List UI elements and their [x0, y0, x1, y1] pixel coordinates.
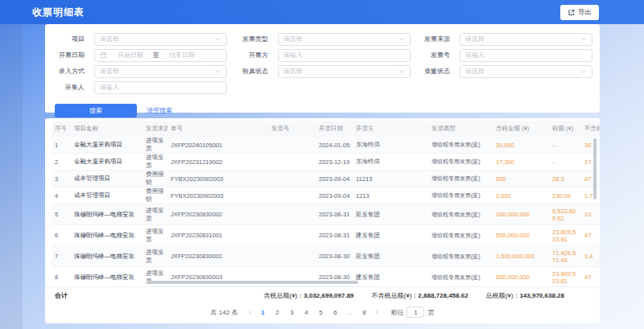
project-select[interactable]: 请选择: [94, 33, 227, 46]
column-header: 序号: [52, 121, 71, 137]
table-row: 3成本管理项目费用报销FYBX202309020032023-09-041121…: [52, 171, 600, 187]
cell-order_no: JXFP20231219002: [167, 154, 268, 171]
clear-search-link[interactable]: 清空搜索: [147, 106, 172, 115]
cell-amount_excl: 47: [581, 225, 600, 246]
page-button[interactable]: 5: [316, 309, 325, 316]
next-page-button[interactable]: ›: [374, 308, 379, 316]
cell-project: 成本管理项目: [71, 171, 142, 187]
prev-page-button[interactable]: ‹: [247, 308, 253, 316]
cell-invoice_no: [268, 204, 316, 225]
invoice-source-placeholder: 请选择: [465, 35, 580, 43]
cell-issuer: 建发集团: [353, 225, 428, 246]
cell-type: 增值税专用发票(蓝): [428, 171, 493, 187]
cell-no: 5: [52, 204, 71, 225]
cell-tax: 9,523,809.52: [549, 204, 581, 225]
cell-amount_incl: 500: [493, 171, 549, 187]
cell-amount_excl: 47: [581, 267, 600, 287]
cell-invoice_no: [268, 137, 316, 154]
cell-tax: 28.3: [549, 171, 581, 187]
cell-source: 费用报销: [142, 171, 167, 187]
search-button[interactable]: 搜索: [55, 104, 137, 117]
filter-label-invoice-type: 发票类型: [227, 35, 268, 43]
column-header: 单号: [167, 121, 268, 137]
filter-label-invoice-date: 开票日期: [55, 51, 85, 60]
invoice-source-select[interactable]: 请选择: [460, 33, 592, 46]
cell-project: 成本管理项目: [71, 187, 142, 204]
page-button[interactable]: 3: [287, 309, 296, 316]
cell-order_no: FYBX20230902003: [167, 171, 268, 187]
filter-label-issuer: 开票方: [227, 51, 268, 60]
cell-invoice_no: [268, 154, 316, 171]
cell-project: 金融大厦采购项目: [71, 137, 142, 154]
cell-no: 2: [52, 154, 71, 171]
cell-amount_incl: 500,000,000: [493, 267, 549, 287]
table-row: 1金融大厦采购项目进项发票JXFP202401050012024-01-05东海…: [52, 137, 600, 154]
export-icon: [568, 9, 575, 16]
cell-order_no: FYBX20230902003: [167, 187, 268, 204]
page-button[interactable]: 8: [359, 309, 369, 316]
table-row: 7珠穆朗玛峰—电梯安装进项发票JXFP202308300012023-08-30…: [52, 246, 600, 267]
verify-status-placeholder: 请选择: [283, 67, 398, 76]
invoice-number-input[interactable]: 请输入: [460, 49, 592, 62]
cell-order_no: JXFP20240105001: [167, 137, 268, 154]
cell-issuer: 建发集团: [353, 267, 428, 287]
chevron-down-icon: [215, 68, 221, 75]
cell-project: 珠穆朗玛峰—电梯安装: [71, 204, 142, 225]
invoice-date-range[interactable]: 开始日期 至 结束日期: [94, 49, 227, 62]
left-rail: [0, 0, 23, 329]
cell-issuer: 11213: [353, 171, 428, 187]
cell-issuer: 延发集团: [353, 204, 428, 225]
cell-type: 增值税专用发票(蓝): [428, 246, 493, 267]
duplicate-status-select[interactable]: 请选择: [460, 65, 592, 78]
cell-date: 2023-08-31: [316, 225, 353, 246]
cell-amount_excl: 17: [581, 154, 600, 171]
vertical-scrollbar[interactable]: [593, 138, 597, 199]
entry-method-select[interactable]: 请选择: [94, 65, 227, 78]
pagination: 共 142 条 ‹ 123456...8 › 前往 页: [45, 303, 600, 321]
cell-invoice_no: [268, 225, 316, 246]
summary-row: 合计 含税总额(¥)：3,032,699,097.89 不含税总额(¥)：2,8…: [45, 286, 600, 303]
cell-order_no: JXFP20230831001: [167, 225, 268, 246]
table-row: 2金融大厦采购项目进项发票JXFP202312190022023-12-19东海…: [52, 154, 600, 171]
filter-label-invoice-source: 发票来源: [411, 35, 450, 43]
cell-issuer: 东海特供: [353, 154, 428, 171]
cell-date: 2023-09-04: [316, 187, 353, 204]
cell-no: 6: [52, 225, 71, 246]
filter-label-entry-method: 录入方式: [55, 67, 85, 76]
topbar: 收票明细表 导出: [0, 0, 644, 24]
cell-amount_excl: 47: [581, 171, 600, 187]
cell-amount_excl: 30: [581, 137, 600, 154]
cell-source: 进项发票: [142, 137, 167, 154]
page-numbers: 123456...8: [258, 309, 369, 316]
collector-placeholder: 请输入: [100, 83, 221, 92]
verify-status-select[interactable]: 请选择: [278, 65, 411, 78]
column-header: 发票来源: [142, 121, 167, 137]
table-row: 4成本管理项目费用报销FYBX202309020032023-09-041213…: [52, 187, 600, 204]
cell-source: 进项发票: [142, 204, 167, 225]
collector-input[interactable]: 请输入: [94, 81, 227, 94]
export-button[interactable]: 导出: [560, 5, 599, 20]
cell-invoice_no: [268, 246, 316, 267]
page-button[interactable]: 6: [330, 309, 340, 316]
filter-label-collector: 采集人: [55, 83, 85, 92]
goto-page-input[interactable]: [407, 306, 424, 318]
filter-label-duplicate-status: 查重状态: [411, 67, 450, 76]
invoice-table-body: 1金融大厦采购项目进项发票JXFP202401050012024-01-05东海…: [52, 137, 600, 286]
cell-type: 增值税专用发票(蓝): [428, 225, 493, 246]
page-button[interactable]: 4: [301, 309, 311, 316]
cell-amount_incl: 200,000,000: [493, 204, 549, 225]
page-button[interactable]: 1: [258, 309, 267, 316]
total-excl-value: 2,888,728,458.62: [418, 292, 468, 299]
page-button[interactable]: 2: [272, 309, 282, 316]
cell-issuer: 延发集团: [353, 246, 428, 267]
table-row: 5珠穆朗玛峰—电梯安装进项发票JXFP202308300022023-08-31…: [52, 204, 600, 225]
cell-type: 增值税专用发票(蓝): [428, 204, 493, 225]
cell-tax: --: [549, 154, 581, 171]
horizontal-scrollbar[interactable]: [149, 281, 358, 284]
cell-order_no: JXFP20230830001: [167, 246, 268, 267]
chevron-down-icon: [580, 68, 587, 75]
end-date-placeholder: 结束日期: [161, 51, 203, 60]
invoice-type-select[interactable]: 请选择: [278, 33, 411, 46]
column-header: 不含税金额 (¥): [581, 121, 600, 137]
issuer-input[interactable]: 请输入: [278, 49, 411, 62]
